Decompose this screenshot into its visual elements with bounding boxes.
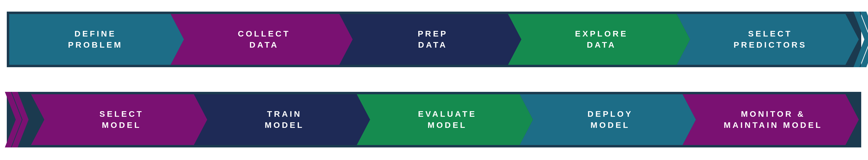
step-monitor-maintain-model: MONITOR & MAINTAIN MODEL [682, 94, 859, 145]
step-select-model: SELECT MODEL [31, 94, 207, 145]
step-deploy-model: DEPLOY MODEL [520, 94, 696, 145]
process-row-1: DEFINE PROBLEM COLLECT DATA PREP DATA EX… [7, 12, 861, 67]
step-explore-data: EXPLORE DATA [508, 14, 690, 65]
step-label-line2: MODEL [418, 120, 476, 131]
step-evaluate-model: EVALUATE MODEL [357, 94, 533, 145]
step-label-line2: PREDICTORS [734, 39, 807, 50]
step-select-predictors: SELECT PREDICTORS [677, 14, 859, 65]
step-label-line1: EVALUATE [418, 109, 476, 120]
step-label-line1: DEPLOY [588, 109, 633, 120]
step-label-line2: MODEL [588, 120, 633, 131]
chevron-right-icon [860, 12, 868, 67]
step-label-line1: EXPLORE [575, 28, 628, 39]
step-label-line1: PREP [418, 28, 448, 39]
process-diagram: DEFINE PROBLEM COLLECT DATA PREP DATA EX… [0, 0, 868, 160]
step-define-problem: DEFINE PROBLEM [9, 14, 184, 65]
step-collect-data: COLLECT DATA [171, 14, 353, 65]
step-label-line2: DATA [238, 39, 290, 50]
step-label-line2: DATA [418, 39, 448, 50]
step-label-line1: SELECT [99, 109, 144, 120]
step-label-line1: SELECT [734, 28, 807, 39]
step-label-line1: MONITOR & [724, 109, 823, 120]
svg-marker-1 [860, 12, 868, 67]
step-label-line1: DEFINE [68, 28, 123, 39]
step-label-line1: TRAIN [265, 109, 304, 120]
step-label-line1: COLLECT [238, 28, 290, 39]
step-prep-data: PREP DATA [339, 14, 521, 65]
step-label-line2: MAINTAIN MODEL [724, 120, 823, 131]
step-label-line2: PROBLEM [68, 39, 123, 50]
step-label-line2: DATA [575, 39, 628, 50]
process-row-2: SELECT MODEL TRAIN MODEL EVALUATE MODEL … [7, 92, 861, 148]
step-train-model: TRAIN MODEL [194, 94, 370, 145]
step-label-line2: MODEL [265, 120, 304, 131]
step-label-line2: MODEL [99, 120, 144, 131]
